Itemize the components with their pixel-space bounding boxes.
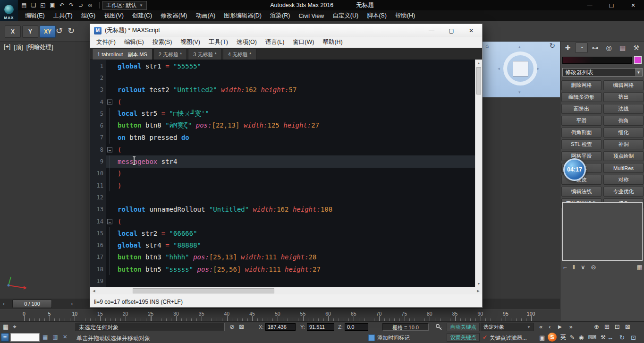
maxscript-menu-item[interactable]: 视图(V)	[176, 37, 204, 48]
modifier-button[interactable]: 平滑	[561, 116, 602, 126]
code-line[interactable]: 8 (	[90, 144, 475, 155]
fold-marker[interactable]	[106, 60, 114, 72]
ime-mic-icon[interactable]: ◉	[579, 334, 584, 341]
ime-pen-icon[interactable]: ✎	[570, 334, 575, 341]
menu-item[interactable]: 修改器(M)	[156, 10, 191, 21]
open-file-icon[interactable]: ◱	[39, 1, 47, 9]
maximize-viewport-toggle-icon[interactable]: ⊡	[631, 334, 636, 341]
select-and-link-icon[interactable]: ⊃	[76, 1, 85, 9]
remove-modifier-icon[interactable]: ⊝	[591, 264, 596, 271]
editor-tab[interactable]: 3 无标题 *	[188, 49, 222, 60]
undo-icon[interactable]: ↶	[58, 1, 66, 9]
fold-marker[interactable]	[106, 72, 114, 84]
menu-item[interactable]: 脚本(S)	[363, 10, 391, 21]
zoom-icon[interactable]: ⊕	[594, 323, 599, 330]
menu-item[interactable]: 渲染(R)	[266, 10, 294, 21]
new-scene-icon[interactable]: ❏	[29, 1, 38, 9]
code-line[interactable]: 11 )	[90, 180, 475, 191]
object-color-swatch[interactable]	[634, 56, 642, 64]
scroll-down-icon[interactable]: ▼	[475, 280, 482, 287]
modifier-list-dropdown[interactable]: 修改器列表 ▼	[562, 68, 643, 77]
horizontal-scrollbar[interactable]: ◀ ▶	[90, 287, 482, 294]
time-tag-icon[interactable]	[368, 334, 375, 341]
fold-marker[interactable]	[106, 144, 114, 155]
menu-item[interactable]: 帮助(H)	[391, 10, 419, 21]
code-line[interactable]: 7 on btn8 pressed do	[90, 132, 475, 144]
viewport-menu-label[interactable]: [明暗处理]	[26, 43, 53, 51]
go-to-start-button[interactable]: «	[539, 323, 542, 330]
modifier-button[interactable]: 编辑多边形	[561, 92, 602, 102]
viewport-layout-icon[interactable]: ▦	[3, 323, 8, 331]
bind-to-space-warp-icon[interactable]: ∞	[86, 1, 94, 9]
menu-item[interactable]: 工具(T)	[49, 10, 77, 21]
mini-listener-rows-icon[interactable]: ▥	[52, 334, 58, 340]
axis-constraint-button[interactable]: Y	[22, 26, 38, 38]
editor-tab[interactable]: 4 无标题 *	[223, 49, 257, 60]
code-line[interactable]: 2	[90, 72, 475, 84]
go-to-end-button[interactable]: »	[569, 323, 572, 330]
modifier-button[interactable]: 面挤出	[561, 104, 602, 114]
fold-marker[interactable]	[106, 227, 114, 239]
modifier-button[interactable]: 编辑法线	[561, 187, 602, 197]
fold-marker[interactable]	[106, 108, 114, 120]
minimize-button[interactable]: —	[579, 0, 601, 10]
viewcube-home-icon[interactable]: ⌂	[485, 43, 489, 49]
ime-toolbox-icon[interactable]: ⚒	[601, 334, 606, 341]
selection-set-dropdown[interactable]: 选定对象 ▼	[481, 323, 534, 331]
motion-tab-icon[interactable]: ◎	[602, 43, 615, 53]
close-button[interactable]: ✕	[622, 0, 644, 10]
zoom-all-icon[interactable]: ⊞	[604, 323, 610, 330]
menu-item[interactable]: 图形编辑器(D)	[220, 10, 266, 21]
add-time-tag[interactable]: 添加时间标记	[377, 334, 410, 342]
axis-constraint-button[interactable]: XY	[40, 26, 56, 38]
modifier-button[interactable]: 顶点绘制	[603, 151, 644, 161]
maxscript-menu-item[interactable]: 选项(O)	[232, 37, 261, 48]
key-icon[interactable]	[435, 324, 442, 331]
undo-scene-icon[interactable]: ↺	[56, 26, 63, 36]
viewcube-arrow-up[interactable]: ▴	[518, 44, 521, 49]
axis-constraint-button[interactable]: X	[5, 26, 21, 38]
scroll-left-icon[interactable]: ◀	[90, 287, 98, 294]
fold-marker[interactable]	[106, 180, 114, 191]
code-editor[interactable]: 1 global str1 = "55555" 2 3 rollout te	[90, 60, 482, 287]
y-coord-field[interactable]: 91.511	[307, 323, 334, 331]
object-name-field[interactable]	[562, 57, 632, 64]
modifier-button[interactable]: 对称	[603, 175, 644, 185]
offset-mode-icon[interactable]: ⊠	[239, 323, 244, 330]
fold-marker[interactable]	[106, 251, 114, 263]
code-line[interactable]: 19	[90, 275, 475, 287]
fold-marker[interactable]	[106, 204, 114, 215]
modifier-button[interactable]: 倒角	[603, 116, 644, 126]
minimize-button[interactable]: —	[422, 24, 441, 37]
code-line[interactable]: 10 )	[90, 168, 475, 180]
fold-marker[interactable]	[106, 275, 114, 287]
redo-icon[interactable]: ↷	[67, 1, 76, 9]
code-line[interactable]: 3 rollout test2 "Untitled2" width:162 he…	[90, 84, 475, 96]
viewcube-area[interactable]: ⌂ ↻ ▴ ▾ ◂ ▸	[483, 42, 560, 97]
modifier-button[interactable]: 专业优化	[603, 187, 644, 197]
viewcube-arrow-right[interactable]: ▸	[537, 66, 539, 71]
hierarchy-tab-icon[interactable]: ⊶	[589, 43, 602, 53]
max-logo[interactable]: MAX	[0, 0, 18, 21]
chevron-down-icon[interactable]: ▼	[635, 69, 642, 76]
maxscript-menu-item[interactable]: 帮助(H)	[318, 37, 347, 48]
code-line[interactable]: 4 (	[90, 96, 475, 108]
modifier-button[interactable]: STL 检查	[561, 139, 602, 149]
x-coord-field[interactable]: 187.436	[265, 323, 296, 331]
timeline-ruler[interactable]: 0510152025303540455055606570758085909510…	[0, 309, 560, 321]
modify-tab-icon[interactable]: ◔	[575, 43, 588, 53]
modifier-button[interactable]: 细化	[603, 128, 644, 137]
menu-item[interactable]: 动画(A)	[191, 10, 220, 21]
maximize-button[interactable]: ▢	[441, 24, 461, 37]
selection-lock-icon[interactable]: ⌖	[13, 323, 16, 331]
viewcube[interactable]	[513, 61, 528, 77]
time-slider-next-icon[interactable]: ›	[71, 300, 73, 307]
code-line[interactable]: 17 button btn3 "hhhh" pos:[25,13] width:…	[90, 251, 475, 263]
mini-listener-close-icon[interactable]: ✕	[63, 334, 68, 340]
viewport-menu-label[interactable]: [顶]	[14, 43, 23, 51]
ime-mode-button[interactable]: 英	[560, 333, 566, 341]
vertical-scroll-thumb[interactable]	[476, 67, 481, 94]
show-end-result-icon[interactable]: ‖	[573, 264, 575, 271]
editor-tab[interactable]: 2 无标题 *	[153, 49, 187, 60]
modifier-button[interactable]: 挤出	[603, 92, 644, 102]
